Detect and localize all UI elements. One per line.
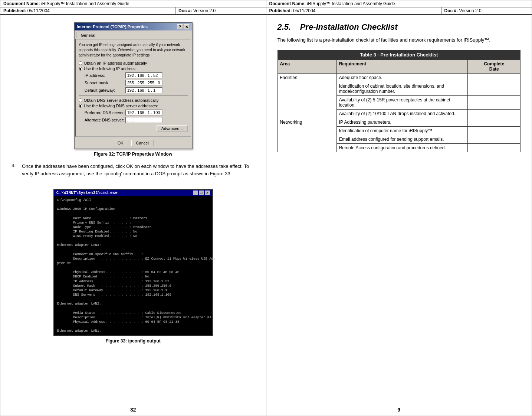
dialog-description: You can get IP settings assigned automat… [79, 42, 188, 58]
dialog-close-btn[interactable]: ✕ [184, 24, 190, 29]
requirement-cell: Email address configured for sending sup… [336, 135, 468, 143]
right-doc-num: Doc #: Version 2.0 [441, 7, 532, 14]
doc-num-label: Doc #: [178, 8, 192, 13]
ip-input[interactable]: 192 . 168 . 1 . 52 [125, 72, 162, 78]
left-doc-name-label: Document Name: iRISupply™ Installation a… [0, 0, 266, 7]
step-4: 4. Once the addresses have been configur… [12, 163, 255, 183]
complete-date-cell [468, 109, 520, 118]
checklist-table: Table 3 - Pre-Installation Checklist Are… [278, 50, 521, 152]
right-page: Document Name: iRISupply™ Installation a… [266, 0, 532, 416]
ip-label: IP address: [85, 73, 125, 78]
figure32-caption: Figure 32: TCP/IP Properties Window [12, 152, 255, 157]
table-row: NetworkingIP Addressing parameters. [278, 118, 520, 126]
cmd-window: C:\WINNT\System32\cmd.exe _ □ ✕ C:\>ipco… [53, 189, 213, 336]
cmd-maximize-btn[interactable]: □ [199, 191, 204, 195]
requirement-cell: Remote Access configuration and procedur… [336, 143, 468, 152]
area-cell: Networking [278, 118, 336, 152]
advanced-button[interactable]: Advanced... [157, 125, 188, 132]
published-date: 05/11/2004 [27, 8, 50, 13]
right-doc-name-label: Document Name: iRISupply™ Installation a… [266, 0, 532, 7]
dialog-body: You can get IP settings assigned automat… [75, 39, 191, 137]
step4-text: Once the addresses have been configured,… [22, 163, 255, 177]
subnet-label: Subnet mask: [85, 81, 125, 85]
ip-field-row: IP address: 192 . 168 . 1 . 52 [85, 72, 188, 78]
requirement-cell: Availability of (2) 10/100 LAN drops ins… [336, 109, 468, 118]
dialog-title: Internet Protocol (TCP/IP) Properties [77, 25, 148, 29]
doc-version: Version 2.0 [193, 8, 216, 13]
requirement-cell: Adequate floor space. [336, 73, 468, 82]
table-row: FacilitiesAdequate floor space. [278, 73, 520, 82]
dialog-tab-bar: General [75, 30, 192, 38]
subnet-input[interactable]: 255 . 255 . 255 . 0 [125, 80, 162, 86]
left-page-number: 32 [0, 404, 266, 416]
published-label: Published: [3, 8, 26, 13]
left-doc-num: Doc #: Version 2.0 [175, 7, 266, 14]
right-header: Document Name: iRISupply™ Installation a… [266, 0, 532, 15]
preferred-dns-label: Preferred DNS server: [85, 110, 125, 115]
right-doc-version: Version 2.0 [459, 8, 482, 13]
tcpip-dialog: Internet Protocol (TCP/IP) Properties ? … [74, 22, 193, 149]
preferred-dns-input[interactable]: 192 . 168 . 1 . 100 [125, 110, 162, 116]
right-doc-name-value: iRISupply™ Installation and Assembly Gui… [307, 1, 395, 6]
left-published: Published: 05/11/2004 [0, 7, 175, 14]
area-cell: Facilities [278, 73, 336, 118]
requirement-cell: Identification of cabinet location, site… [336, 82, 468, 95]
col-header-row: Area Requirement CompleteDate [278, 59, 520, 73]
right-doc-num-label: Doc #: [444, 8, 458, 13]
alternate-dns-row: Alternate DNS server: . . . [85, 117, 188, 123]
gateway-input[interactable]: 192 . 168 . 1 . 1 [125, 87, 162, 93]
radio-manual-dns-label: Use the following DNS server addresses: [84, 104, 158, 108]
complete-date-cell [468, 73, 520, 82]
radio-auto-dns: Obtain DNS server address automatically [79, 98, 188, 103]
cmd-titlebar: C:\WINNT\System32\cmd.exe _ □ ✕ [54, 190, 212, 196]
requirement-cell: IP Addressing parameters. [336, 118, 468, 126]
general-tab[interactable]: General [76, 32, 100, 38]
radio-manual-dns-circle[interactable] [79, 104, 82, 108]
table-title-row: Table 3 - Pre-Installation Checklist [278, 50, 520, 59]
table-title: Table 3 - Pre-Installation Checklist [278, 50, 520, 59]
doc-name-value: iRISupply™ Installation and Assembly Gui… [41, 1, 129, 6]
step-num: 4. [12, 163, 19, 183]
right-doc-name-label-text: Document Name: [269, 1, 306, 6]
right-content: 2.5. Pre-Installation Checklist The foll… [266, 15, 532, 404]
dialog-question-btn[interactable]: ? [177, 24, 183, 29]
left-content: Internet Protocol (TCP/IP) Properties ? … [0, 15, 266, 404]
cmd-body: C:\>ipconfig /all Windows 2000 IP Config… [54, 196, 212, 335]
left-page-num-text: 32 [130, 407, 136, 413]
radio-auto-dns-circle[interactable] [79, 98, 82, 102]
right-published-date: 05/11/2004 [293, 8, 315, 13]
preferred-dns-row: Preferred DNS server: 192 . 168 . 1 . 10… [85, 110, 188, 116]
ip-radio-group: Obtain an IP address automatically Use t… [79, 61, 188, 71]
complete-date-cell [468, 82, 520, 95]
gateway-label: Default gateway: [85, 88, 125, 92]
complete-date-cell [468, 126, 520, 135]
complete-date-cell [468, 118, 520, 126]
left-header: Document Name: iRISupply™ Installation a… [0, 0, 266, 15]
col-area-header: Area [278, 59, 336, 73]
requirement-cell: Identification of computer name for iRIS… [336, 126, 468, 135]
ok-cancel-row: OK Cancel [75, 137, 192, 149]
right-page-number: 9 [266, 404, 532, 416]
cancel-button[interactable]: Cancel [131, 140, 154, 146]
requirement-cell: Availability of (2) 5-15R power receptac… [336, 95, 468, 109]
col-req-header: Requirement [336, 59, 468, 73]
complete-date-cell [468, 95, 520, 109]
radio-manual-ip-label: Use the following IP address: [84, 66, 137, 71]
alternate-dns-label: Alternate DNS server: [85, 118, 125, 122]
subnet-field-row: Subnet mask: 255 . 255 . 255 . 0 [85, 80, 188, 86]
cmd-minimize-btn[interactable]: _ [193, 191, 198, 195]
radio-manual-ip: Use the following IP address: [79, 66, 188, 71]
doc-name-label-text: Document Name: [3, 1, 40, 6]
left-page: Document Name: iRISupply™ Installation a… [0, 0, 266, 416]
gateway-field-row: Default gateway: 192 . 168 . 1 . 1 [85, 87, 188, 93]
right-published-label: Published: [269, 8, 292, 13]
radio-auto-ip-circle[interactable] [79, 61, 82, 65]
figure32-caption-text: Figure 32: TCP/IP Properties Window [94, 152, 172, 157]
radio-manual-ip-circle[interactable] [79, 67, 82, 71]
dialog-titlebar: Internet Protocol (TCP/IP) Properties ? … [75, 23, 192, 30]
figure33-caption-text: Figure 33: ipconfig output [106, 338, 161, 344]
ok-button[interactable]: OK [113, 140, 128, 146]
complete-date-cell [468, 143, 520, 152]
cmd-close-btn[interactable]: ✕ [205, 191, 210, 195]
alternate-dns-input[interactable]: . . . [125, 117, 162, 123]
